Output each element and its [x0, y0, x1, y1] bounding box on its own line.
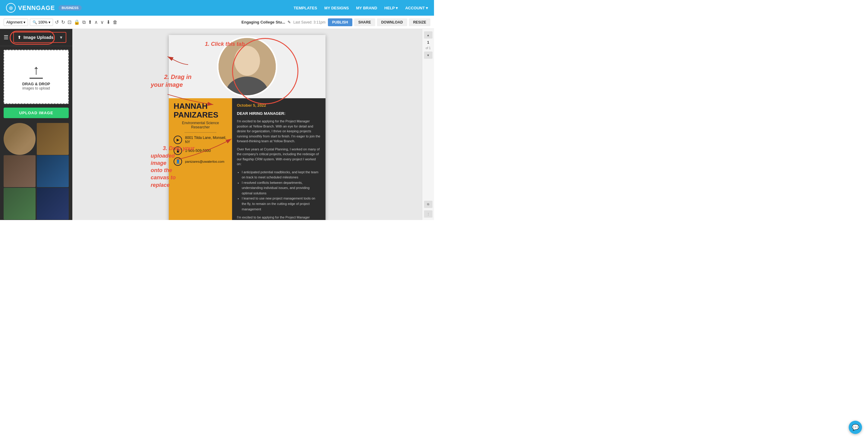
doc-lower: HANNAH PANIZARES Environmental Science R…	[169, 98, 326, 220]
nav-right: TEMPLATES MY DESIGNS MY BRAND HELP ▾ ACC…	[293, 6, 428, 10]
person-name-line1: HANNAH	[174, 98, 227, 111]
toolbar-icons: ↺ ↻ ⊡ 🔒 ⧉ ⬆ ∧ ∨ ⬇ 🗑	[55, 19, 118, 25]
doc-photo-area	[169, 35, 326, 98]
crop-icon[interactable]: ⊡	[67, 19, 71, 25]
image-grid	[0, 122, 72, 220]
nav-my-brand[interactable]: MY BRAND	[356, 6, 377, 10]
delete-icon[interactable]: 🗑	[113, 20, 118, 25]
canvas-document: HANNAH PANIZARES Environmental Science R…	[169, 35, 326, 220]
alignment-dropdown-arrow: ▾	[24, 20, 25, 24]
tab-dropdown-arrow: ▾	[60, 35, 62, 40]
logo-icon: ◎	[6, 3, 16, 13]
more-options-button[interactable]: ⋮	[424, 210, 433, 218]
canvas-area: HANNAH PANIZARES Environmental Science R…	[72, 29, 422, 220]
letter-greeting: DEAR HIRING MANAGER:	[237, 111, 321, 116]
drag-drop-main-text: DRAG & DROP	[22, 82, 50, 86]
redo-icon[interactable]: ↻	[61, 19, 65, 25]
last-saved: Last Saved: 3:11pm	[293, 20, 326, 24]
bullet1: I anticipated potential roadblocks, and …	[242, 170, 321, 180]
letter-body1: I'm excited to be applying for the Proje…	[237, 119, 321, 144]
move-up-small-icon[interactable]: ∧	[94, 19, 98, 25]
email-icon: 👤	[174, 157, 182, 166]
page-down-button[interactable]: ▼	[424, 52, 433, 59]
logo-text: VENNGAGE	[18, 4, 55, 11]
person-name-line2: PANIZARES	[174, 111, 227, 119]
nav-help[interactable]: HELP ▾	[384, 6, 398, 10]
bullet3: I learned to use new project management …	[242, 196, 321, 212]
copy-icon[interactable]: ⧉	[82, 20, 86, 25]
alignment-select[interactable]: Alignment ▾	[4, 19, 28, 26]
lock-icon[interactable]: 🔒	[74, 19, 80, 25]
drag-drop-sub-text: images to upload	[22, 86, 50, 90]
upload-drop-zone[interactable]: ↑ DRAG & DROP images to upload	[4, 50, 69, 104]
bullet2: I resolved conflicts between departments…	[242, 180, 321, 196]
contact-address: ▶ 8001 Tilda Lane, Monseil, NY	[174, 136, 227, 144]
business-badge: BUSINESS	[59, 5, 82, 10]
letter-body3: I'm excited to be applying for the Proje…	[237, 215, 321, 220]
nav-my-designs[interactable]: MY DESIGNS	[324, 6, 349, 10]
edit-title-icon[interactable]: ✎	[287, 20, 291, 24]
contact-phone: 📱 1-905-509-5900	[174, 147, 227, 155]
upload-arrow-icon: ↑	[33, 63, 39, 76]
doc-left-column: HANNAH PANIZARES Environmental Science R…	[169, 98, 232, 220]
thumbnail-person2[interactable]	[4, 155, 36, 187]
person-title: Environmental Science Researcher	[174, 121, 227, 129]
divider	[184, 132, 217, 133]
share-button[interactable]: SHARE	[354, 19, 375, 26]
upload-image-button[interactable]: UPLOAD IMAGE	[4, 107, 69, 118]
sidebar-header: ☰ ⬆ Image Uploads ▾	[0, 29, 72, 46]
document-title[interactable]: Engaging College Stu...	[241, 20, 285, 24]
page-up-button[interactable]: ▲	[424, 31, 433, 38]
undo-icon[interactable]: ↺	[55, 19, 59, 25]
upload-underline	[30, 78, 43, 78]
move-down-icon[interactable]: ⬇	[106, 19, 110, 25]
resize-button[interactable]: RESIZE	[409, 19, 430, 26]
zoom-dropdown-arrow: ▾	[49, 20, 50, 24]
thumbnail-chart2[interactable]	[37, 188, 69, 220]
top-navigation: ◎ VENNGAGE BUSINESS TEMPLATES MY DESIGNS…	[0, 0, 434, 16]
publish-button[interactable]: PUBLISH	[328, 19, 352, 26]
thumbnail-dog[interactable]	[37, 123, 69, 155]
page-total: of 1	[426, 46, 431, 50]
image-uploads-label: Image Uploads	[24, 35, 54, 40]
toolbar-right: PUBLISH SHARE DOWNLOAD RESIZE	[328, 19, 430, 26]
sidebar: ☰ ⬆ Image Uploads ▾ ↑ DRAG & DROP images…	[0, 29, 72, 220]
upload-small-icon: ⬆	[18, 35, 21, 40]
nav-account[interactable]: ACCOUNT ▾	[405, 6, 428, 10]
address-icon: ▶	[174, 136, 182, 144]
thumbnail-person3[interactable]	[4, 188, 36, 220]
toolbar: Alignment ▾ 🔍 100% ▾ ↺ ↻ ⊡ 🔒 ⧉ ⬆ ∧ ∨ ⬇ 🗑…	[0, 16, 434, 29]
thumbnail-person1[interactable]	[4, 123, 36, 155]
hamburger-menu[interactable]: ☰	[4, 34, 8, 41]
right-panel-icons: ⧉ ⋮	[424, 201, 433, 218]
main-area: ☰ ⬆ Image Uploads ▾ ↑ DRAG & DROP images…	[0, 29, 434, 220]
phone-icon: 📱	[174, 147, 182, 155]
toolbar-center: Engaging College Stu... ✎ Last Saved: 3:…	[241, 20, 326, 24]
letter-date: October 5, 2022	[237, 103, 321, 107]
letter-body2: Over five years at Crystal Planning, I w…	[237, 147, 321, 167]
contact-email: 👤 panizares@uwaterloo.com	[174, 157, 227, 166]
canvas-wrapper: 1. Click this tab 2. Drag in your image …	[72, 29, 422, 220]
logo-area: ◎ VENNGAGE	[6, 3, 55, 13]
doc-right-column: October 5, 2022 DEAR HIRING MANAGER: I'm…	[232, 98, 326, 220]
nav-left: ◎ VENNGAGE BUSINESS	[6, 3, 82, 13]
zoom-select[interactable]: 🔍 100% ▾	[30, 19, 53, 26]
image-uploads-tab[interactable]: ⬆ Image Uploads ▾	[13, 32, 66, 43]
copy-page-button[interactable]: ⧉	[424, 201, 433, 208]
nav-templates[interactable]: TEMPLATES	[293, 6, 317, 10]
svg-point-3	[234, 46, 260, 76]
thumbnail-chart1[interactable]	[37, 155, 69, 187]
move-down-small-icon[interactable]: ∨	[100, 19, 104, 25]
move-up-icon[interactable]: ⬆	[88, 19, 92, 25]
person-photo[interactable]	[217, 36, 277, 97]
page-number: 1	[427, 40, 429, 44]
toolbar-left: Alignment ▾ 🔍 100% ▾ ↺ ↻ ⊡ 🔒 ⧉ ⬆ ∧ ∨ ⬇ 🗑	[4, 19, 239, 26]
download-button[interactable]: DOWNLOAD	[377, 19, 407, 26]
right-panel: ▲ 1 of 1 ▼ ⧉ ⋮	[422, 29, 434, 220]
letter-bullets: I anticipated potential roadblocks, and …	[237, 170, 321, 212]
